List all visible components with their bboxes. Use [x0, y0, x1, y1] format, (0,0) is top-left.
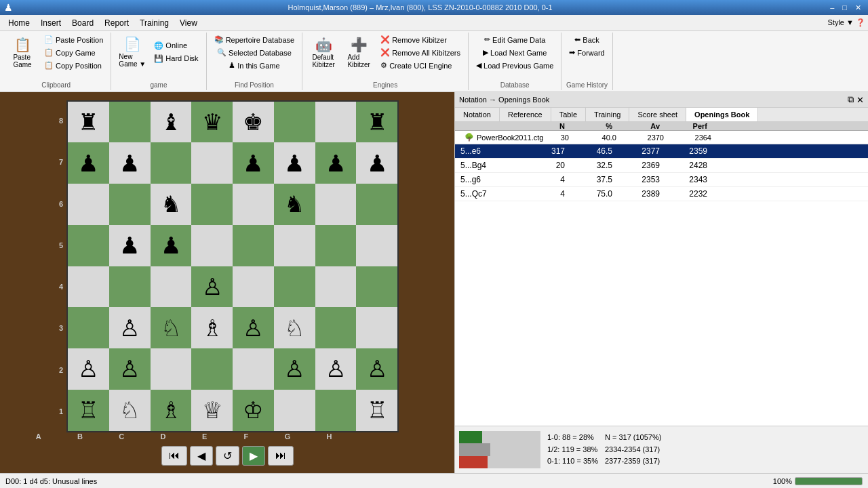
menu-view[interactable]: View [174, 17, 203, 29]
square-f1[interactable] [274, 390, 315, 431]
square-d8[interactable]: ♛ [191, 102, 233, 143]
online-button[interactable]: 🌐 Online [151, 40, 201, 52]
square-a8[interactable]: ♜ [68, 102, 109, 143]
square-g5[interactable] [315, 225, 357, 266]
square-a4[interactable] [68, 266, 109, 308]
square-e5[interactable] [233, 225, 274, 266]
nav-last[interactable]: ⏭ [268, 446, 294, 466]
forward-button[interactable]: ➡ Forward [566, 47, 608, 58]
square-c4[interactable] [151, 266, 192, 308]
tab-training[interactable]: Training [586, 108, 629, 121]
menu-training[interactable]: Training [134, 17, 174, 29]
square-e4[interactable] [233, 266, 274, 308]
square-a5[interactable] [68, 225, 109, 266]
in-this-game-button[interactable]: ♟ In this Game [225, 60, 283, 71]
nav-prev[interactable]: ◀ [190, 446, 213, 466]
remove-all-button[interactable]: ❌ Remove All Kibitzers [377, 47, 464, 58]
default-kibitzer-button[interactable]: 🤖 DefaultKibitzer [307, 35, 340, 70]
square-e2[interactable] [233, 348, 274, 390]
hard-disk-button[interactable]: 💾 Hard Disk [151, 53, 201, 64]
square-a2[interactable]: ♙ [68, 348, 109, 390]
square-e6[interactable] [233, 184, 274, 225]
ob-row-2[interactable]: 5...g6 4 37.5 2353 2343 [455, 173, 868, 187]
ob-row-0[interactable]: 5...e6 317 46.5 2377 2359 [455, 144, 868, 159]
square-h7[interactable]: ♟ [356, 142, 397, 184]
square-f3[interactable]: ♘ [274, 307, 315, 348]
square-b3[interactable]: ♙ [109, 307, 151, 348]
remove-kibitzer-button[interactable]: ❌ Remove Kibitzer [377, 34, 464, 45]
load-previous-game-button[interactable]: ◀ Load Previous Game [473, 60, 557, 71]
tab-scoresheet[interactable]: Score sheet [629, 108, 686, 121]
nav-first[interactable]: ⏮ [161, 446, 187, 466]
square-b7[interactable]: ♟ [109, 142, 151, 184]
minimize-button[interactable]: – [827, 3, 837, 12]
square-f6[interactable]: ♞ [274, 184, 315, 225]
panel-close-button[interactable]: ✕ [856, 94, 864, 105]
close-button[interactable]: ✕ [852, 3, 864, 12]
square-f7[interactable]: ♟ [274, 142, 315, 184]
square-h6[interactable] [356, 184, 397, 225]
square-d5[interactable] [191, 225, 233, 266]
repertoire-db-button[interactable]: 📚 Repertoire Database [211, 34, 298, 45]
maximize-button[interactable]: □ [840, 3, 850, 12]
square-g6[interactable] [315, 184, 357, 225]
square-c6[interactable]: ♞ [151, 184, 192, 225]
square-c3[interactable]: ♘ [151, 307, 192, 348]
square-b6[interactable] [109, 184, 151, 225]
square-a1[interactable]: ♖ [68, 390, 109, 431]
copy-game-button[interactable]: 📋 Copy Game [41, 47, 106, 58]
square-e7[interactable]: ♟ [233, 142, 274, 184]
square-d7[interactable] [191, 142, 233, 184]
panel-float-button[interactable]: ⧉ [848, 94, 854, 105]
square-b8[interactable] [109, 102, 151, 143]
square-b4[interactable] [109, 266, 151, 308]
edit-game-data-button[interactable]: ✏ Edit Game Data [481, 34, 549, 45]
square-h3[interactable] [356, 307, 397, 348]
back-button[interactable]: ⬅ Back [571, 34, 602, 45]
tab-openings-book[interactable]: Openings Book [686, 108, 758, 121]
square-d4[interactable]: ♙ [191, 266, 233, 308]
square-e8[interactable]: ♚ [233, 102, 274, 143]
paste-position-button[interactable]: 📄 Paste Position [41, 34, 106, 45]
square-g8[interactable] [315, 102, 357, 143]
square-f5[interactable] [274, 225, 315, 266]
square-d2[interactable] [191, 348, 233, 390]
style-selector[interactable]: Style ▼ ❓ [828, 18, 865, 27]
square-c1[interactable]: ♗ [151, 390, 192, 431]
selected-db-button[interactable]: 🔍 Selected Database [214, 47, 295, 58]
copy-position-button[interactable]: 📋 Copy Position [41, 60, 106, 71]
square-h5[interactable] [356, 225, 397, 266]
tab-notation[interactable]: Notation [455, 108, 500, 121]
add-kibitzer-button[interactable]: ➕ AddKibitzer [342, 35, 376, 70]
ob-row-1[interactable]: 5...Bg4 20 32.5 2369 2428 [455, 159, 868, 173]
nav-flip[interactable]: ↺ [216, 446, 239, 466]
square-g4[interactable] [315, 266, 357, 308]
create-uci-button[interactable]: ⚙ Create UCI Engine [377, 60, 464, 71]
square-f8[interactable] [274, 102, 315, 143]
new-game-button[interactable]: 📄 NewGame ▼ [115, 34, 149, 70]
square-f2[interactable]: ♙ [274, 348, 315, 390]
ob-row-3[interactable]: 5...Qc7 4 75.0 2389 2232 [455, 187, 868, 201]
chess-board[interactable]: ♜ ♝ ♛ ♚ ♜ ♟ ♟ ♟ ♟ ♟ ♟ ♞ [66, 100, 399, 432]
square-b5[interactable]: ♟ [109, 225, 151, 266]
square-b2[interactable]: ♙ [109, 348, 151, 390]
square-g2[interactable]: ♙ [315, 348, 357, 390]
square-g1[interactable] [315, 390, 357, 431]
square-c2[interactable] [151, 348, 192, 390]
square-h1[interactable]: ♖ [356, 390, 397, 431]
tab-table[interactable]: Table [551, 108, 586, 121]
square-a6[interactable] [68, 184, 109, 225]
square-a3[interactable] [68, 307, 109, 348]
square-a7[interactable]: ♟ [68, 142, 109, 184]
square-e1[interactable]: ♔ [233, 390, 274, 431]
square-c7[interactable] [151, 142, 192, 184]
square-c8[interactable]: ♝ [151, 102, 192, 143]
square-e3[interactable]: ♙ [233, 307, 274, 348]
square-b1[interactable]: ♘ [109, 390, 151, 431]
tab-reference[interactable]: Reference [500, 108, 551, 121]
nav-next[interactable]: ▶ [242, 446, 265, 466]
square-f4[interactable] [274, 266, 315, 308]
square-g3[interactable] [315, 307, 357, 348]
square-h8[interactable]: ♜ [356, 102, 397, 143]
square-c5[interactable]: ♟ [151, 225, 192, 266]
